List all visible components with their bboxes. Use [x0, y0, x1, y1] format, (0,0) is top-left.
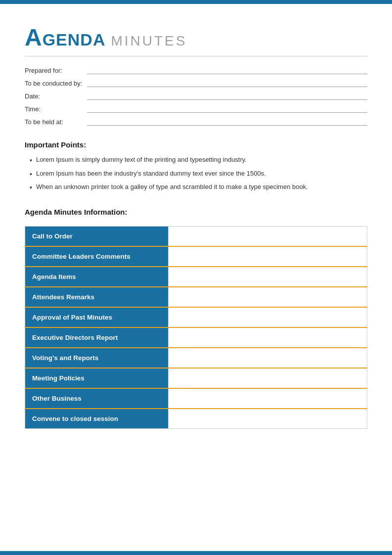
label-conducted-by: To be conducted by:: [25, 80, 84, 87]
label-date: Date:: [25, 92, 84, 100]
agenda-row-content[interactable]: [169, 327, 367, 348]
top-bar: [0, 0, 392, 4]
table-row: Committee Leaders Comments: [25, 246, 367, 267]
table-row: Meeting Policies: [25, 368, 367, 388]
list-item: Lorem Ipsum has been the industry's stan…: [30, 170, 367, 180]
form-section: Prepared for: To be conducted by: Date: …: [25, 66, 367, 126]
agenda-row-content[interactable]: [169, 307, 367, 327]
table-row: Voting's and Reports: [25, 348, 367, 368]
bullet-list: Lorem Ipsum is simply dummy text of the …: [25, 156, 367, 193]
agenda-row-label: Other Business: [25, 388, 169, 409]
bottom-bar: [0, 551, 392, 555]
label-prepared-for: Prepared for:: [25, 67, 84, 74]
agenda-row-label: Convene to closed session: [25, 409, 169, 429]
agenda-row-content[interactable]: [169, 409, 367, 429]
list-item: When an unknown printer took a galley of…: [30, 183, 367, 193]
agenda-table: Call to OrderCommittee Leaders CommentsA…: [25, 226, 367, 429]
agenda-row-label: Call to Order: [25, 226, 169, 246]
agenda-row-content[interactable]: [169, 226, 367, 246]
important-points-heading: Important Points:: [25, 140, 367, 149]
form-row-prepared: Prepared for:: [25, 66, 367, 74]
title-agenda: Agenda: [25, 24, 105, 50]
agenda-row-label: Executive Directors Report: [25, 327, 169, 348]
form-row-date: Date:: [25, 92, 367, 100]
agenda-table-section: Call to OrderCommittee Leaders CommentsA…: [25, 226, 367, 429]
input-conducted-by[interactable]: [87, 79, 367, 87]
agenda-row-label: Agenda Items: [25, 267, 169, 287]
agenda-row-content[interactable]: [169, 267, 367, 287]
agenda-row-content[interactable]: [169, 388, 367, 409]
input-prepared-for[interactable]: [87, 66, 367, 74]
agenda-row-content[interactable]: [169, 287, 367, 307]
table-row: Convene to closed session: [25, 409, 367, 429]
agenda-row-label: Committee Leaders Comments: [25, 246, 169, 267]
input-time[interactable]: [87, 105, 367, 113]
agenda-row-label: Meeting Policies: [25, 368, 169, 388]
agenda-row-content[interactable]: [169, 368, 367, 388]
table-row: Approval of Past Minutes: [25, 307, 367, 327]
important-points-section: Important Points: Lorem Ipsum is simply …: [25, 140, 367, 193]
agenda-row-label: Voting's and Reports: [25, 348, 169, 368]
table-row: Agenda Items: [25, 267, 367, 287]
agenda-row-label: Approval of Past Minutes: [25, 307, 169, 327]
list-item: Lorem Ipsum is simply dummy text of the …: [30, 156, 367, 166]
form-row-conducted: To be conducted by:: [25, 79, 367, 87]
agenda-row-label: Attendees Remarks: [25, 287, 169, 307]
table-row: Executive Directors Report: [25, 327, 367, 348]
table-row: Other Business: [25, 388, 367, 409]
agenda-row-content[interactable]: [169, 348, 367, 368]
input-location[interactable]: [87, 118, 367, 126]
title-divider: [25, 56, 367, 56]
label-location: To be held at:: [25, 118, 84, 126]
agenda-info-section: Agenda Minutes Information:: [25, 208, 367, 216]
input-date[interactable]: [87, 92, 367, 100]
label-time: Time:: [25, 105, 84, 113]
form-row-time: Time:: [25, 105, 367, 113]
agenda-info-heading: Agenda Minutes Information:: [25, 208, 367, 216]
title-minutes: MINUTES: [111, 33, 187, 48]
table-row: Attendees Remarks: [25, 287, 367, 307]
form-row-location: To be held at:: [25, 118, 367, 126]
agenda-row-content[interactable]: [169, 246, 367, 267]
title-section: Agenda MINUTES: [25, 24, 367, 51]
table-row: Call to Order: [25, 226, 367, 246]
